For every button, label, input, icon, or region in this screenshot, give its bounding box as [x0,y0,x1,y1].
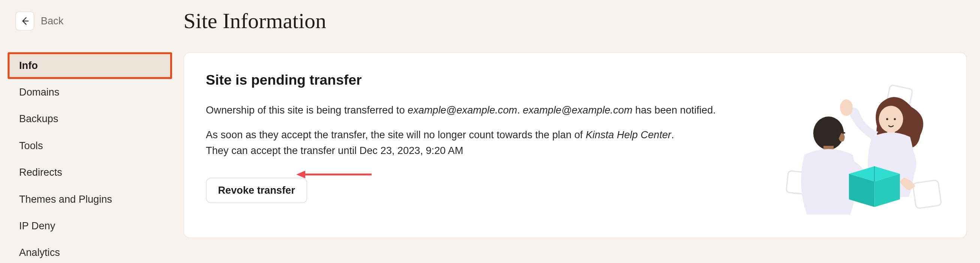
back-row: Back [0,12,172,31]
svg-marker-1 [297,171,305,178]
sidebar-item-redirects[interactable]: Redirects [8,159,172,186]
transfer-card: Site is pending transfer Ownership of th… [184,52,967,238]
sidebar-item-label: Themes and Plugins [19,194,112,204]
arrow-left-icon [20,16,30,26]
sidebar-nav: Info Domains Backups Tools Redirects The… [0,52,172,263]
sidebar-item-label: Domains [19,87,59,97]
svg-point-8 [886,118,888,120]
sidebar-item-analytics[interactable]: Analytics [8,239,172,263]
transfer-plan-text: As soon as they accept the transfer, the… [206,127,757,159]
svg-point-5 [879,106,903,132]
annotation-arrow [297,170,373,179]
svg-point-10 [813,117,844,149]
sidebar-item-info[interactable]: Info [8,52,172,79]
transfer-email-1: example@example.com [407,105,517,116]
sidebar-item-ip-deny[interactable]: IP Deny [8,213,172,239]
transfer-email-2: example@example.com [523,105,632,116]
back-button[interactable] [15,12,35,31]
sidebar-item-label: Redirects [19,167,62,177]
sidebar-item-label: Analytics [19,247,60,258]
sidebar-item-themes-plugins[interactable]: Themes and Plugins [8,186,172,212]
revoke-transfer-label: Revoke transfer [218,185,295,196]
sidebar-item-label: Tools [19,140,43,151]
transfer-card-body: Site is pending transfer Ownership of th… [206,72,757,219]
sidebar: Back Info Domains Backups Tools Redirect… [0,0,172,263]
transfer-illustration [772,72,944,219]
main-content: Site Information Site is pending transfe… [172,0,980,263]
svg-point-9 [894,118,896,120]
transfer-plan-name: Kinsta Help Center [585,129,671,140]
transfer-deadline: Dec 23, 2023, 9:20 AM [360,145,463,156]
sidebar-item-domains[interactable]: Domains [8,79,172,106]
sidebar-item-label: Info [19,60,38,71]
transfer-ownership-text: Ownership of this site is being transfer… [206,103,757,118]
transfer-heading: Site is pending transfer [206,72,757,89]
svg-point-7 [840,99,853,116]
sidebar-item-label: IP Deny [19,220,55,231]
revoke-transfer-button[interactable]: Revoke transfer [206,178,307,203]
sidebar-item-tools[interactable]: Tools [8,133,172,159]
page-title: Site Information [184,9,967,33]
svg-rect-3 [913,180,941,209]
sidebar-item-label: Backups [19,114,58,124]
back-label: Back [41,15,64,27]
sidebar-item-backups[interactable]: Backups [8,106,172,132]
